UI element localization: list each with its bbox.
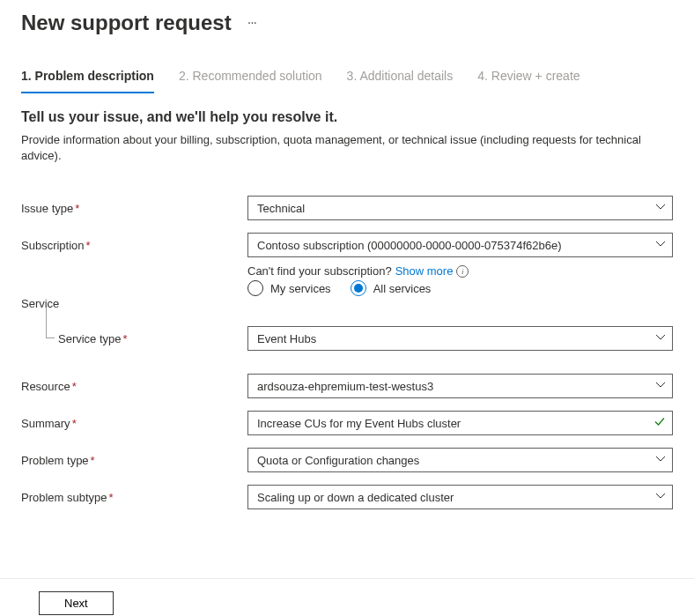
page-title: New support request <box>21 11 232 35</box>
subscription-hint: Can't find your subscription? Show more … <box>247 264 673 278</box>
problem-type-label: Problem type* <box>21 454 247 467</box>
section-title: Tell us your issue, and we'll help you r… <box>21 109 673 125</box>
summary-label: Summary* <box>21 417 247 430</box>
resource-label: Resource* <box>21 380 247 393</box>
tab-recommended-solution[interactable]: 2. Recommended solution <box>179 69 322 93</box>
required-asterisk: * <box>91 454 95 467</box>
required-asterisk: * <box>72 417 77 430</box>
next-button[interactable]: Next <box>39 591 114 615</box>
radio-icon <box>247 280 263 296</box>
required-asterisk: * <box>86 239 91 252</box>
tab-review-create[interactable]: 4. Review + create <box>477 69 580 93</box>
more-button[interactable]: ··· <box>244 13 260 33</box>
summary-input[interactable] <box>247 411 673 435</box>
service-type-select[interactable]: Event Hubs <box>247 326 673 351</box>
subscription-select[interactable]: Contoso subscription (00000000-0000-0000… <box>247 233 673 257</box>
required-asterisk: * <box>109 491 114 504</box>
section-description: Provide information about your billing, … <box>21 132 673 164</box>
resource-select[interactable]: ardsouza-ehpremium-test-westus3 <box>247 374 673 398</box>
radio-all-services[interactable]: All services <box>351 280 432 296</box>
problem-subtype-select[interactable]: Scaling up or down a dedicated cluster <box>247 485 673 509</box>
radio-label: My services <box>270 282 331 295</box>
radio-label: All services <box>373 282 432 295</box>
radio-my-services[interactable]: My services <box>247 280 331 296</box>
required-asterisk: * <box>72 380 77 393</box>
problem-subtype-label: Problem subtype* <box>21 491 247 504</box>
required-asterisk: * <box>75 202 79 215</box>
problem-type-select[interactable]: Quota or Configuration changes <box>247 448 673 472</box>
tab-additional-details[interactable]: 3. Additional details <box>347 69 454 93</box>
radio-icon-checked <box>351 280 366 296</box>
subscription-label: Subscription* <box>21 239 247 252</box>
tab-problem-description[interactable]: 1. Problem description <box>21 69 154 93</box>
service-label: Service <box>21 297 247 310</box>
show-more-link[interactable]: Show more <box>395 264 454 278</box>
issue-type-label: Issue type* <box>21 202 247 215</box>
service-type-label: Service type* <box>21 332 247 345</box>
required-asterisk: * <box>123 332 128 345</box>
issue-type-select[interactable]: Technical <box>247 196 673 220</box>
tabs: 1. Problem description 2. Recommended so… <box>0 35 694 93</box>
info-icon[interactable]: i <box>456 265 469 278</box>
